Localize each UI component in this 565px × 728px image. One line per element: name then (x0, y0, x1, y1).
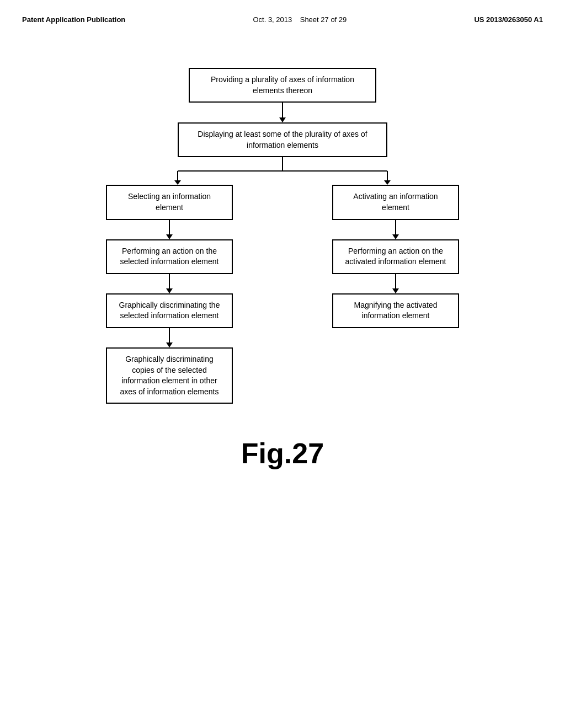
left-arrow-3-line (169, 328, 170, 342)
right-arrow-2-line (395, 274, 396, 288)
arrow-1-line (282, 103, 283, 117)
node-top: Providing a plurality of axes of informa… (189, 68, 376, 103)
right-arrow-1-head (392, 234, 399, 239)
branch-row: Selecting an information element Perform… (89, 185, 476, 404)
left-arrow-1-line (169, 220, 170, 234)
flowchart: Providing a plurality of axes of informa… (89, 68, 476, 404)
header-center: Oct. 3, 2013 Sheet 27 of 29 (253, 15, 347, 24)
right-node-2: Performing an action on the activated in… (332, 239, 459, 274)
left-node-2: Performing an action on the selected inf… (106, 239, 233, 274)
right-node-3: Magnifying the activated information ele… (332, 293, 459, 328)
left-arrow-head (174, 180, 181, 185)
left-node-3: Graphically discriminating the selected … (106, 293, 233, 328)
right-branch: Activating an information element Perfor… (316, 185, 476, 328)
left-node-1: Selecting an information element (106, 185, 233, 220)
right-arrow-2-head (392, 288, 399, 293)
header-right: US 2013/0263050 A1 (474, 15, 543, 24)
figure-label: Fig.27 (241, 437, 324, 470)
left-node-4: Graphically discriminating copies of the… (106, 347, 233, 404)
right-arrow-head (384, 180, 391, 185)
left-arrow-2-line (169, 274, 170, 288)
left-branch: Selecting an information element Perform… (89, 185, 249, 404)
branch-connector-svg (89, 157, 476, 185)
diagram-area: Providing a plurality of axes of informa… (0, 24, 565, 470)
page-header: Patent Application Publication Oct. 3, 2… (0, 0, 565, 24)
arrow-1-head (279, 117, 286, 122)
left-arrow-3-head (166, 342, 173, 347)
node-display: Displaying at least some of the pluralit… (178, 122, 387, 157)
header-left: Patent Application Publication (22, 15, 125, 24)
left-arrow-2-head (166, 288, 173, 293)
right-arrow-1-line (395, 220, 396, 234)
left-arrow-1-head (166, 234, 173, 239)
right-node-1: Activating an information element (332, 185, 459, 220)
